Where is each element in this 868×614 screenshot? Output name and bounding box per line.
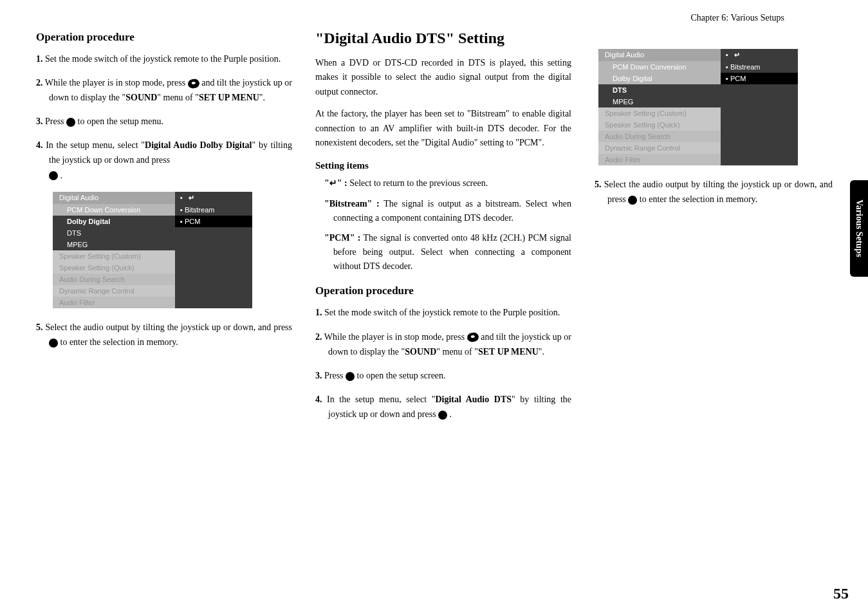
- heading-setting-items: Setting items: [315, 160, 571, 171]
- step-3b: 3. Press to open the setup screen.: [315, 368, 571, 383]
- intro-paragraph-2: At the factory, the player has been set …: [315, 107, 571, 150]
- dot-icon: [346, 372, 355, 381]
- setting-item-return: "↵" : Select to return to the previous s…: [315, 176, 571, 191]
- dot-icon: [49, 339, 58, 348]
- setting-item-bitstream: "Bitstream" : The signal is output as a …: [315, 197, 571, 225]
- step-4: 4. In the setup menu, select "Digital Au…: [36, 138, 292, 182]
- step-1: 1. Set the mode switch of the joystick r…: [36, 51, 292, 66]
- step-2b: 2. While the player is in stop mode, pre…: [315, 330, 571, 359]
- column-2: "Digital Audio DTS" Setting When a DVD o…: [315, 18, 571, 431]
- page-number: 55: [833, 585, 849, 602]
- dot-icon: [438, 411, 447, 420]
- setup-menu-preview: Digital Audio▪ ↵ PCM Down ConversionBits…: [53, 192, 252, 308]
- heading-operation-procedure-2: Operation procedure: [315, 284, 571, 297]
- side-tab: Various Setups: [850, 180, 868, 277]
- step-5b: 5. Select the audio output by tilting th…: [595, 177, 833, 207]
- setting-item-pcm: "PCM" : The signal is converted onto 48 …: [315, 231, 571, 273]
- chapter-label: Chapter 6: Various Setups: [690, 13, 784, 23]
- step-1b: 1. Set the mode switch of the joystick r…: [315, 305, 571, 320]
- heading-digital-audio-dts: "Digital Audio DTS" Setting: [315, 30, 571, 47]
- dot-icon: [628, 196, 637, 205]
- step-5: 5. Select the audio output by tilting th…: [36, 320, 292, 349]
- column-3: Digital Audio▪ ↵ PCM Down ConversionBits…: [595, 18, 833, 431]
- step-2: 2. While the player is in stop mode, pre…: [36, 75, 292, 105]
- intro-paragraph-1: When a DVD or DTS-CD recorded in DTS is …: [315, 56, 571, 99]
- dot-icon: [49, 171, 58, 180]
- disc-icon: [466, 332, 479, 342]
- step-3: 3. Press to open the setup menu.: [36, 114, 292, 129]
- step-4b: 4. In the setup menu, select "Digital Au…: [315, 392, 571, 422]
- heading-operation-procedure: Operation procedure: [36, 31, 292, 44]
- dot-icon: [66, 118, 75, 127]
- disc-icon: [187, 79, 200, 89]
- setup-menu-preview-2: Digital Audio▪ ↵ PCM Down ConversionBits…: [598, 49, 798, 165]
- column-1: Operation procedure 1. Set the mode swit…: [36, 18, 292, 431]
